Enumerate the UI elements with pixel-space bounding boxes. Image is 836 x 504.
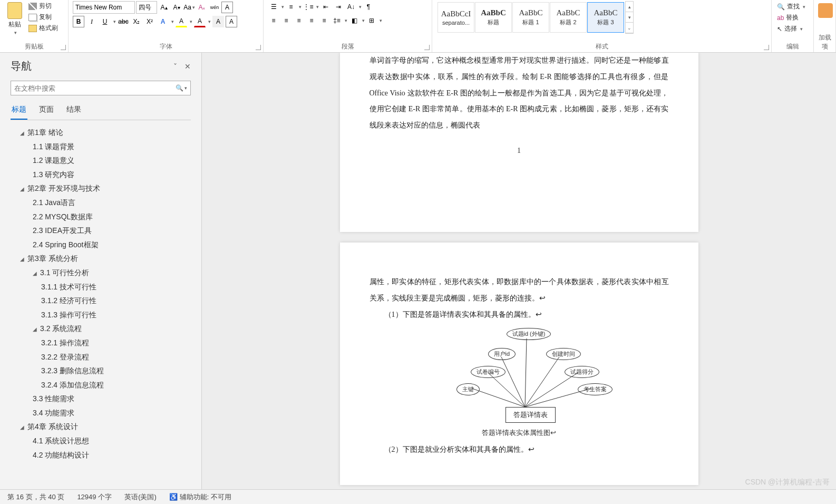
select-button[interactable]: ↖选择▾: [776, 23, 809, 34]
nav-heading-item[interactable]: 2.1 Java语言: [11, 196, 191, 210]
status-language[interactable]: 英语(美国): [124, 492, 157, 502]
nav-heading-item[interactable]: 4.1 系统设计思想: [11, 434, 191, 448]
line-spacing-button[interactable]: ‡≡: [331, 15, 343, 26]
caret-icon[interactable]: ◢: [33, 324, 38, 334]
change-case-button[interactable]: Aa▾: [183, 2, 195, 13]
nav-heading-item[interactable]: 2.3 IDEA开发工具: [11, 224, 191, 238]
figure-caption[interactable]: 答题详情表实体属性图↩: [370, 428, 669, 438]
style-item-标题[interactable]: AaBbC标题: [475, 2, 512, 33]
char-shading-button[interactable]: A: [212, 16, 224, 27]
styles-launcher-icon[interactable]: [764, 45, 769, 50]
borders-button[interactable]: ⊞: [366, 15, 377, 26]
addin-icon[interactable]: [818, 3, 833, 18]
paste-button[interactable]: 粘贴 ▾: [4, 1, 25, 36]
increase-indent-button[interactable]: ⇥: [333, 1, 344, 13]
nav-close-icon[interactable]: ✕: [184, 62, 191, 71]
nav-search-box[interactable]: 🔍▾: [11, 81, 191, 95]
clipboard-launcher-icon[interactable]: [61, 45, 66, 50]
style-item-标题 3[interactable]: AaBbC标题 3: [587, 2, 624, 33]
nav-tab-headings[interactable]: 标题: [11, 103, 27, 120]
font-launcher-icon[interactable]: [256, 45, 261, 50]
gallery-down-icon[interactable]: ▾: [626, 12, 633, 23]
body-text[interactable]: （1）下图是答题详情表实体和其具备的属性。↩: [370, 307, 669, 323]
nav-heading-item[interactable]: 3.2.2 登录流程: [11, 350, 191, 364]
distribute-button[interactable]: ≡: [318, 15, 330, 26]
phonetic-button[interactable]: wén: [209, 2, 220, 13]
underline-button[interactable]: U: [99, 16, 111, 27]
nav-heading-item[interactable]: ◢第1章 绪论: [11, 125, 191, 140]
decrease-indent-button[interactable]: ⇤: [320, 1, 332, 13]
status-word-count[interactable]: 12949 个字: [77, 492, 112, 502]
nav-heading-item[interactable]: 3.1.3 操作可行性: [11, 308, 191, 322]
style-item-标题 1[interactable]: AaBbC标题 1: [512, 2, 549, 33]
body-text[interactable]: 单词首字母的缩写，它这种概念模型通常用于对现实世界进行描述。同时它还是一种能够直…: [370, 53, 669, 134]
caret-icon[interactable]: ◢: [20, 128, 25, 138]
align-center-button[interactable]: ≡: [280, 15, 292, 26]
caret-icon[interactable]: ◢: [33, 268, 38, 278]
align-left-button[interactable]: ≡: [268, 15, 279, 26]
body-text[interactable]: （2）下图是就业分析实体和其具备的属性。↩: [370, 442, 669, 458]
gallery-up-icon[interactable]: ▴: [626, 2, 633, 12]
font-color-button[interactable]: A: [194, 16, 206, 27]
sort-button[interactable]: A↓: [345, 1, 357, 13]
paragraph-launcher-icon[interactable]: [424, 45, 430, 50]
nav-heading-item[interactable]: 3.1.1 技术可行性: [11, 280, 191, 294]
format-painter-button[interactable]: 格式刷: [27, 23, 59, 33]
shading-button[interactable]: ◧: [348, 15, 360, 26]
italic-button[interactable]: I: [86, 16, 98, 27]
highlight-button[interactable]: A: [176, 16, 187, 27]
nav-tab-pages[interactable]: 页面: [38, 103, 55, 120]
nav-heading-item[interactable]: ◢3.2 系统流程: [11, 322, 191, 336]
nav-heading-item[interactable]: ◢第4章 系统设计: [11, 420, 191, 434]
bullets-button[interactable]: ☰: [268, 1, 279, 13]
nav-heading-item[interactable]: 3.3 性能需求: [11, 392, 191, 406]
char-border-button[interactable]: A: [221, 2, 233, 13]
nav-heading-item[interactable]: ◢3.1 可行性分析: [11, 266, 191, 280]
multilevel-button[interactable]: ⋮≡: [303, 1, 314, 13]
clear-format-button[interactable]: Aₓ: [196, 2, 208, 13]
nav-heading-item[interactable]: 3.1.2 经济可行性: [11, 294, 191, 308]
show-marks-button[interactable]: ¶: [363, 1, 374, 13]
numbering-button[interactable]: ≡: [285, 1, 297, 13]
search-icon[interactable]: 🔍: [176, 84, 183, 92]
strikethrough-button[interactable]: abc: [118, 16, 129, 27]
nav-heading-item[interactable]: ◢第3章 系统分析: [11, 251, 191, 266]
gallery-expand-icon[interactable]: ⌄: [626, 23, 633, 33]
superscript-button[interactable]: X²: [144, 16, 155, 27]
find-button[interactable]: 🔍查找▾: [776, 1, 809, 12]
nav-heading-item[interactable]: 3.2.1 操作流程: [11, 336, 191, 350]
style-item-separato...[interactable]: AaBbCcIseparato...: [438, 2, 474, 33]
caret-icon[interactable]: ◢: [20, 422, 25, 432]
nav-heading-item[interactable]: 4.2 功能结构设计: [11, 448, 191, 462]
style-item-标题 2[interactable]: AaBbC标题 2: [550, 2, 587, 33]
subscript-button[interactable]: X₂: [131, 16, 142, 27]
chevron-down-icon[interactable]: ▾: [184, 85, 187, 91]
caret-icon[interactable]: ◢: [20, 254, 25, 264]
nav-search-input[interactable]: [14, 84, 176, 92]
nav-heading-item[interactable]: 2.4 Spring Boot框架: [11, 238, 191, 252]
text-effects-button[interactable]: A: [157, 16, 169, 27]
cut-button[interactable]: 剪切: [27, 1, 59, 11]
align-right-button[interactable]: ≡: [293, 15, 305, 26]
grow-font-button[interactable]: A▴: [158, 2, 170, 13]
shrink-font-button[interactable]: A▾: [171, 2, 182, 13]
nav-heading-item[interactable]: 3.4 功能需求: [11, 406, 191, 420]
nav-heading-item[interactable]: 1.1 课题背景: [11, 140, 191, 154]
nav-heading-item[interactable]: 1.2 课题意义: [11, 153, 191, 168]
nav-collapse-icon[interactable]: ˅: [173, 62, 177, 71]
bold-button[interactable]: B: [73, 16, 84, 27]
replace-button[interactable]: ab替换: [776, 12, 809, 23]
nav-heading-item[interactable]: 3.2.3 删除信息流程: [11, 364, 191, 378]
nav-heading-item[interactable]: 3.2.4 添加信息流程: [11, 378, 191, 392]
document-area[interactable]: 单词首字母的缩写，它这种概念模型通常用于对现实世界进行描述。同时它还是一种能够直…: [202, 53, 836, 489]
nav-heading-item[interactable]: ◢第2章 开发环境与技术: [11, 181, 191, 196]
nav-heading-item[interactable]: 2.2 MYSQL数据库: [11, 210, 191, 224]
body-text[interactable]: 属性，即实体的特征，矩形代表实体，即数据库中的一个具体数据表，菱形代表实体中相互…: [370, 274, 669, 307]
font-size-input[interactable]: [136, 1, 157, 14]
justify-button[interactable]: ≡: [306, 15, 317, 26]
copy-button[interactable]: 复制: [27, 12, 59, 22]
status-accessibility[interactable]: ♿辅助功能: 不可用: [169, 492, 231, 502]
font-name-input[interactable]: [73, 1, 135, 14]
enclose-char-button[interactable]: A: [226, 16, 237, 27]
status-page[interactable]: 第 16 页，共 40 页: [7, 492, 64, 502]
